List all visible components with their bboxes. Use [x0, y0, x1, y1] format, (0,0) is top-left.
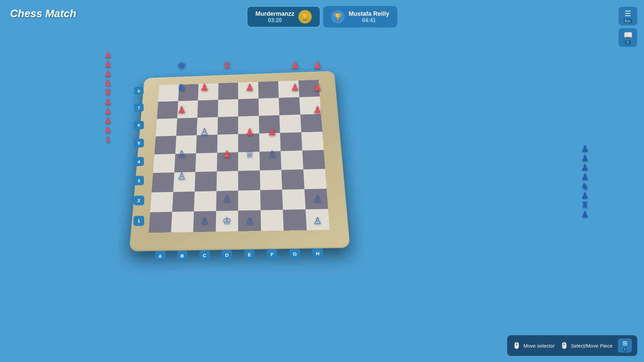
chess-cell-H2[interactable]	[304, 189, 328, 209]
chess-cell-G2[interactable]	[282, 189, 305, 210]
chess-cell-D2[interactable]	[216, 190, 238, 211]
chess-cell-H6[interactable]	[300, 114, 322, 132]
chess-cell-D1[interactable]	[216, 210, 238, 232]
row-labels: 87654321	[133, 82, 144, 231]
chess-cell-C4[interactable]	[195, 153, 217, 172]
chess-cell-C5[interactable]	[196, 134, 217, 153]
chess-cell-B7[interactable]	[177, 101, 198, 118]
chess-cell-B1[interactable]	[171, 212, 194, 233]
chess-cell-G1[interactable]	[283, 209, 307, 231]
grid-button[interactable]: ⊞ I	[618, 339, 632, 353]
chess-cell-E1[interactable]	[238, 210, 261, 231]
captured-piece: ♟	[581, 210, 589, 219]
chess-cell-B3[interactable]	[173, 172, 195, 192]
chess-cell-A8[interactable]	[158, 85, 179, 102]
chess-cell-D4[interactable]	[217, 152, 238, 172]
row-label-1: 1	[133, 216, 144, 226]
chess-cell-E7[interactable]	[238, 99, 259, 116]
player2-info: Mustafa Reilly 04:41	[348, 10, 389, 23]
chess-cell-G3[interactable]	[281, 170, 304, 190]
chess-cell-B5[interactable]	[175, 135, 197, 154]
chess-cell-F8[interactable]	[258, 81, 279, 99]
grid-icon: ⊞	[623, 340, 628, 347]
chess-cell-H7[interactable]	[299, 97, 321, 114]
main-board: 87654321 ABCDEFGH ♙♔♙♙♙♙♙♙♕♙♙♞♚♛♟♟♟♟♟♟♟♟…	[127, 35, 362, 270]
chess-cell-C7[interactable]	[197, 100, 218, 118]
chess-cell-F1[interactable]	[260, 210, 283, 231]
book-button[interactable]: 📖 C	[619, 28, 637, 47]
chess-cell-A5[interactable]	[154, 136, 176, 155]
chess-cell-F6[interactable]	[259, 115, 280, 133]
player1-card: Murdermanzz 03:20 🏆	[247, 6, 320, 27]
chess-cell-C6[interactable]	[197, 117, 218, 135]
captured-piece: ♟	[581, 154, 589, 162]
game-title: Chess Match	[10, 7, 76, 20]
chess-cell-D6[interactable]	[217, 116, 238, 134]
col-label-F: F	[267, 249, 278, 259]
menu-button[interactable]: ☰ Esc	[619, 7, 637, 25]
chess-cell-A1[interactable]	[149, 212, 172, 233]
chess-cell-H1[interactable]	[305, 209, 329, 230]
chess-cell-B4[interactable]	[174, 153, 196, 172]
captured-piece: ♟	[104, 50, 112, 59]
player2-avatar: 🏆	[331, 10, 344, 23]
chess-cell-H3[interactable]	[303, 169, 327, 189]
chess-cell-E2[interactable]	[238, 190, 260, 210]
chess-cell-C1[interactable]	[193, 211, 216, 232]
chess-cell-F7[interactable]	[258, 98, 279, 116]
chess-cell-B8[interactable]	[178, 84, 199, 101]
chess-cell-D3[interactable]	[216, 171, 238, 191]
chess-cell-G8[interactable]	[278, 80, 299, 98]
chess-cell-H5[interactable]	[301, 132, 324, 150]
chess-cell-A4[interactable]	[153, 154, 175, 173]
chess-cell-E5[interactable]	[238, 133, 259, 152]
chess-cell-D8[interactable]	[218, 82, 238, 100]
chess-cell-A7[interactable]	[157, 101, 178, 119]
chess-cell-D5[interactable]	[217, 134, 238, 153]
captured-piece: ♟	[104, 60, 112, 68]
board-3d: 87654321 ABCDEFGH ♙♔♙♙♙♙♙♙♕♙♙♞♚♛♟♟♟♟♟♟♟♟…	[127, 35, 362, 270]
chess-cell-G5[interactable]	[280, 132, 302, 151]
select-move-label: Select/Move Piece	[571, 343, 612, 349]
chess-cell-D7[interactable]	[218, 99, 238, 117]
chess-cell-G7[interactable]	[279, 97, 300, 115]
row-label-3: 3	[134, 176, 144, 186]
checkerboard[interactable]	[149, 80, 329, 233]
captured-piece: ♟	[104, 97, 112, 106]
col-label-H: H	[312, 248, 323, 258]
col-label-C: C	[199, 250, 210, 260]
chess-cell-E8[interactable]	[238, 82, 258, 99]
chess-cell-C2[interactable]	[194, 191, 216, 212]
chess-cell-E3[interactable]	[238, 171, 260, 190]
chess-cell-H8[interactable]	[298, 80, 320, 97]
chess-cell-F5[interactable]	[259, 133, 281, 152]
chess-cell-C3[interactable]	[195, 172, 217, 191]
row-label-5: 5	[134, 138, 144, 147]
chess-cell-E4[interactable]	[238, 152, 260, 171]
chess-cell-F2[interactable]	[260, 189, 283, 210]
chess-cell-E6[interactable]	[238, 116, 259, 134]
chess-cell-C8[interactable]	[198, 83, 218, 101]
blue-captured-pieces: ♟ ♟ ♟ ♟ ♞ ♟ ♜ ♟	[581, 144, 589, 219]
select-move-hint: 🖱️ Select/Move Piece	[560, 342, 612, 350]
chess-cell-H4[interactable]	[302, 150, 325, 169]
chess-cell-A2[interactable]	[150, 192, 173, 212]
player2-name: Mustafa Reilly	[348, 10, 389, 17]
chess-cell-A6[interactable]	[156, 118, 177, 136]
chess-cell-G6[interactable]	[279, 114, 301, 133]
chess-cell-B2[interactable]	[172, 191, 195, 212]
captured-piece: ♟	[581, 163, 589, 172]
row-label-4: 4	[134, 157, 144, 166]
right-buttons: ☰ Esc 📖 C	[619, 7, 637, 47]
book-icon: 📖	[624, 31, 633, 40]
right-mouse-icon: 🖱️	[560, 342, 568, 350]
col-label-B: B	[177, 250, 188, 261]
row-label-2: 2	[133, 195, 144, 205]
chess-cell-F3[interactable]	[260, 170, 282, 190]
captured-piece: ♟	[104, 107, 112, 115]
menu-icon: ☰	[625, 9, 631, 18]
chess-cell-A3[interactable]	[152, 173, 174, 192]
chess-cell-G4[interactable]	[281, 150, 303, 170]
chess-cell-B6[interactable]	[176, 118, 197, 136]
chess-cell-F4[interactable]	[259, 151, 281, 171]
